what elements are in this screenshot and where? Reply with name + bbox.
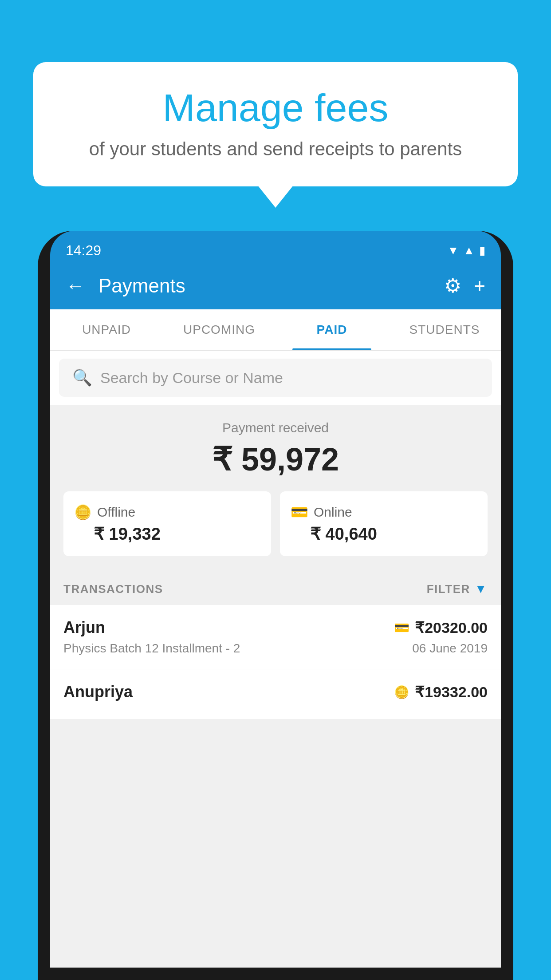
amount-group: 🪙 ₹19332.00 [394,683,488,701]
back-button[interactable]: ← [66,275,85,297]
phone-frame: 14:29 ▼ ▲ ▮ ← Payments ⚙ + [38,231,513,980]
student-name: Arjun [63,618,105,637]
app-title: Payments [98,275,431,297]
offline-card: 🪙 Offline ₹ 19,332 [63,491,271,556]
app-bar-icons: ⚙ + [444,274,485,297]
status-bar: 14:29 ▼ ▲ ▮ [50,231,501,262]
tab-students[interactable]: STUDENTS [388,309,501,350]
settings-button[interactable]: ⚙ [444,274,461,297]
payment-cards: 🪙 Offline ₹ 19,332 💳 Online ₹ 40,640 [63,491,488,556]
amount-group: 💳 ₹20320.00 [394,619,488,636]
speech-bubble: Manage fees of your students and send re… [33,62,518,186]
transaction-date: 06 June 2019 [412,641,488,656]
online-card: 💳 Online ₹ 40,640 [280,491,488,556]
transaction-top-anupriya: Anupriya 🪙 ₹19332.00 [63,683,488,701]
search-box[interactable]: 🔍 Search by Course or Name [59,359,492,397]
table-row[interactable]: Arjun 💳 ₹20320.00 Physics Batch 12 Insta… [50,605,501,669]
tabs-container: UNPAID UPCOMING PAID STUDENTS [50,309,501,351]
bubble-title: Manage fees [60,87,491,130]
filter-label: FILTER [427,582,470,596]
speech-bubble-container: Manage fees of your students and send re… [33,62,518,186]
online-label: Online [314,505,352,520]
online-card-row: 💳 Online [291,504,352,521]
filter-icon: ▼ [475,582,488,596]
payment-amount: ₹ 59,972 [63,441,488,478]
search-icon: 🔍 [72,368,92,387]
status-time: 14:29 [66,242,101,259]
payment-label: Payment received [63,420,488,435]
card-payment-icon: 💳 [394,620,409,635]
online-amount: ₹ 40,640 [291,524,377,544]
tab-upcoming[interactable]: UPCOMING [163,309,276,350]
offline-amount: ₹ 19,332 [74,524,161,544]
bubble-subtitle: of your students and send receipts to pa… [60,138,491,160]
cash-payment-icon: 🪙 [394,685,409,699]
course-info: Physics Batch 12 Installment - 2 [63,641,240,656]
transaction-bottom-arjun: Physics Batch 12 Installment - 2 06 June… [63,641,488,656]
transaction-top-arjun: Arjun 💳 ₹20320.00 [63,618,488,637]
screen-content: UNPAID UPCOMING PAID STUDENTS 🔍 Search b… [50,309,501,968]
search-container: 🔍 Search by Course or Name [50,351,501,405]
transaction-amount: ₹19332.00 [415,683,488,701]
signal-icon: ▲ [463,244,475,257]
student-name: Anupriya [63,683,133,701]
payment-summary: Payment received ₹ 59,972 🪙 Offline ₹ 19… [50,405,501,569]
add-button[interactable]: + [474,275,485,297]
offline-label: Offline [97,505,135,520]
phone-container: 14:29 ▼ ▲ ▮ ← Payments ⚙ + [38,231,513,980]
battery-icon: ▮ [479,244,485,257]
filter-button[interactable]: FILTER ▼ [427,582,488,596]
phone-inner: 14:29 ▼ ▲ ▮ ← Payments ⚙ + [50,231,501,968]
tab-unpaid[interactable]: UNPAID [50,309,163,350]
wifi-icon: ▼ [448,244,459,257]
offline-icon: 🪙 [74,504,92,521]
tab-paid[interactable]: PAID [276,309,388,350]
online-icon: 💳 [291,504,308,521]
app-bar: ← Payments ⚙ + [50,262,501,309]
transaction-list: Arjun 💳 ₹20320.00 Physics Batch 12 Insta… [50,605,501,719]
search-input[interactable]: Search by Course or Name [100,369,283,387]
table-row[interactable]: Anupriya 🪙 ₹19332.00 [50,669,501,719]
status-icons: ▼ ▲ ▮ [448,244,485,257]
transactions-label: TRANSACTIONS [63,582,163,596]
transactions-header: TRANSACTIONS FILTER ▼ [50,569,501,605]
offline-card-row: 🪙 Offline [74,504,135,521]
transaction-amount: ₹20320.00 [415,619,488,636]
